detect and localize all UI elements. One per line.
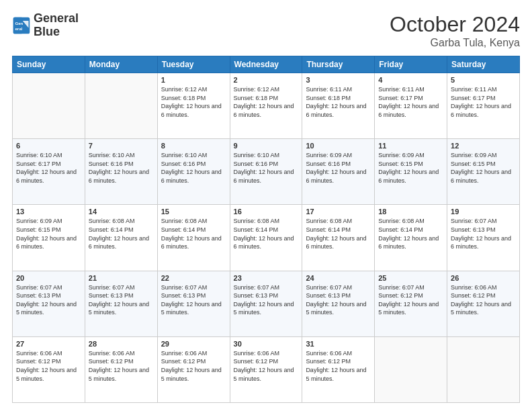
cell-info: Sunrise: 6:07 AM Sunset: 6:12 PM Dayligh… <box>378 283 443 317</box>
calendar-cell <box>85 73 157 139</box>
calendar-cell: 10Sunrise: 6:09 AM Sunset: 6:16 PM Dayli… <box>302 139 375 205</box>
day-number: 24 <box>306 274 371 282</box>
calendar-cell: 6Sunrise: 6:10 AM Sunset: 6:17 PM Daylig… <box>13 139 85 205</box>
day-number: 22 <box>161 274 226 282</box>
cell-info: Sunrise: 6:12 AM Sunset: 6:18 PM Dayligh… <box>234 85 299 119</box>
cell-info: Sunrise: 6:07 AM Sunset: 6:13 PM Dayligh… <box>161 283 226 317</box>
calendar-cell <box>375 336 447 402</box>
calendar-cell: 25Sunrise: 6:07 AM Sunset: 6:12 PM Dayli… <box>375 271 447 336</box>
calendar-cell: 13Sunrise: 6:09 AM Sunset: 6:15 PM Dayli… <box>13 205 85 271</box>
logo-line1: General <box>34 12 79 26</box>
calendar-table: SundayMondayTuesdayWednesdayThursdayFrid… <box>12 56 520 403</box>
cell-info: Sunrise: 6:09 AM Sunset: 6:15 PM Dayligh… <box>378 151 443 185</box>
logo-text: General Blue <box>34 12 79 39</box>
calendar-cell: 24Sunrise: 6:07 AM Sunset: 6:13 PM Dayli… <box>302 271 375 336</box>
logo-icon: Gen eral <box>12 16 31 35</box>
calendar-cell: 22Sunrise: 6:07 AM Sunset: 6:13 PM Dayli… <box>157 271 230 336</box>
cell-info: Sunrise: 6:08 AM Sunset: 6:14 PM Dayligh… <box>306 217 371 250</box>
day-number: 20 <box>16 274 81 282</box>
calendar-cell <box>13 73 85 139</box>
calendar-cell: 1Sunrise: 6:12 AM Sunset: 6:18 PM Daylig… <box>157 73 230 139</box>
cell-info: Sunrise: 6:06 AM Sunset: 6:12 PM Dayligh… <box>89 349 154 383</box>
day-number: 29 <box>161 340 226 348</box>
day-number: 15 <box>161 208 226 216</box>
day-number: 17 <box>306 208 371 216</box>
calendar-cell: 16Sunrise: 6:08 AM Sunset: 6:14 PM Dayli… <box>230 205 302 271</box>
day-number: 8 <box>161 142 226 150</box>
calendar-cell: 14Sunrise: 6:08 AM Sunset: 6:14 PM Dayli… <box>85 205 157 271</box>
day-number: 11 <box>378 142 443 150</box>
day-number: 2 <box>234 76 299 84</box>
calendar-cell <box>447 336 520 402</box>
cell-info: Sunrise: 6:06 AM Sunset: 6:12 PM Dayligh… <box>234 349 299 383</box>
calendar-cell: 27Sunrise: 6:06 AM Sunset: 6:12 PM Dayli… <box>13 336 85 402</box>
calendar-cell: 2Sunrise: 6:12 AM Sunset: 6:18 PM Daylig… <box>230 73 302 139</box>
page: Gen eral General Blue October 2024 Garba… <box>0 0 532 411</box>
col-header-wednesday: Wednesday <box>230 56 302 73</box>
day-number: 28 <box>89 340 154 348</box>
calendar-cell: 29Sunrise: 6:06 AM Sunset: 6:12 PM Dayli… <box>157 336 230 402</box>
calendar-cell: 7Sunrise: 6:10 AM Sunset: 6:16 PM Daylig… <box>85 139 157 205</box>
calendar-cell: 20Sunrise: 6:07 AM Sunset: 6:13 PM Dayli… <box>13 271 85 336</box>
calendar-cell: 15Sunrise: 6:08 AM Sunset: 6:14 PM Dayli… <box>157 205 230 271</box>
day-number: 14 <box>89 208 154 216</box>
logo-line2: Blue <box>34 26 79 39</box>
cell-info: Sunrise: 6:10 AM Sunset: 6:17 PM Dayligh… <box>16 151 81 185</box>
col-header-friday: Friday <box>375 56 447 73</box>
cell-info: Sunrise: 6:08 AM Sunset: 6:14 PM Dayligh… <box>378 217 443 250</box>
logo: Gen eral General Blue <box>12 12 79 39</box>
calendar-cell: 5Sunrise: 6:11 AM Sunset: 6:17 PM Daylig… <box>447 73 520 139</box>
cell-info: Sunrise: 6:09 AM Sunset: 6:15 PM Dayligh… <box>451 151 516 185</box>
cell-info: Sunrise: 6:10 AM Sunset: 6:16 PM Dayligh… <box>234 151 299 185</box>
day-number: 5 <box>451 76 516 84</box>
col-header-thursday: Thursday <box>302 56 375 73</box>
calendar-cell: 11Sunrise: 6:09 AM Sunset: 6:15 PM Dayli… <box>375 139 447 205</box>
cell-info: Sunrise: 6:09 AM Sunset: 6:15 PM Dayligh… <box>16 217 81 250</box>
day-number: 30 <box>234 340 299 348</box>
cell-info: Sunrise: 6:08 AM Sunset: 6:14 PM Dayligh… <box>161 217 226 250</box>
calendar-cell: 23Sunrise: 6:07 AM Sunset: 6:13 PM Dayli… <box>230 271 302 336</box>
calendar-cell: 8Sunrise: 6:10 AM Sunset: 6:16 PM Daylig… <box>157 139 230 205</box>
cell-info: Sunrise: 6:10 AM Sunset: 6:16 PM Dayligh… <box>89 151 154 185</box>
day-number: 10 <box>306 142 371 150</box>
week-row-0: 1Sunrise: 6:12 AM Sunset: 6:18 PM Daylig… <box>13 73 520 139</box>
cell-info: Sunrise: 6:08 AM Sunset: 6:14 PM Dayligh… <box>89 217 154 250</box>
day-number: 25 <box>378 274 443 282</box>
col-header-tuesday: Tuesday <box>157 56 230 73</box>
calendar-cell: 3Sunrise: 6:11 AM Sunset: 6:18 PM Daylig… <box>302 73 375 139</box>
day-number: 31 <box>306 340 371 348</box>
day-number: 21 <box>89 274 154 282</box>
title-block: October 2024 Garba Tula, Kenya <box>390 12 520 49</box>
cell-info: Sunrise: 6:06 AM Sunset: 6:12 PM Dayligh… <box>451 283 516 317</box>
calendar-cell: 17Sunrise: 6:08 AM Sunset: 6:14 PM Dayli… <box>302 205 375 271</box>
day-number: 3 <box>306 76 371 84</box>
col-header-monday: Monday <box>85 56 157 73</box>
day-number: 9 <box>234 142 299 150</box>
calendar-cell: 19Sunrise: 6:07 AM Sunset: 6:13 PM Dayli… <box>447 205 520 271</box>
cell-info: Sunrise: 6:07 AM Sunset: 6:13 PM Dayligh… <box>451 217 516 250</box>
month-title: October 2024 <box>390 12 520 37</box>
calendar-cell: 12Sunrise: 6:09 AM Sunset: 6:15 PM Dayli… <box>447 139 520 205</box>
day-number: 18 <box>378 208 443 216</box>
cell-info: Sunrise: 6:07 AM Sunset: 6:13 PM Dayligh… <box>306 283 371 317</box>
col-header-saturday: Saturday <box>447 56 520 73</box>
location: Garba Tula, Kenya <box>390 37 520 49</box>
calendar-cell: 18Sunrise: 6:08 AM Sunset: 6:14 PM Dayli… <box>375 205 447 271</box>
col-header-sunday: Sunday <box>13 56 85 73</box>
calendar-cell: 4Sunrise: 6:11 AM Sunset: 6:17 PM Daylig… <box>375 73 447 139</box>
calendar-cell: 30Sunrise: 6:06 AM Sunset: 6:12 PM Dayli… <box>230 336 302 402</box>
week-row-4: 27Sunrise: 6:06 AM Sunset: 6:12 PM Dayli… <box>13 336 520 402</box>
cell-info: Sunrise: 6:10 AM Sunset: 6:16 PM Dayligh… <box>161 151 226 185</box>
cell-info: Sunrise: 6:11 AM Sunset: 6:18 PM Dayligh… <box>306 85 371 119</box>
calendar-cell: 9Sunrise: 6:10 AM Sunset: 6:16 PM Daylig… <box>230 139 302 205</box>
cell-info: Sunrise: 6:07 AM Sunset: 6:13 PM Dayligh… <box>234 283 299 317</box>
calendar-cell: 28Sunrise: 6:06 AM Sunset: 6:12 PM Dayli… <box>85 336 157 402</box>
day-number: 1 <box>161 76 226 84</box>
cell-info: Sunrise: 6:11 AM Sunset: 6:17 PM Dayligh… <box>451 85 516 119</box>
cell-info: Sunrise: 6:06 AM Sunset: 6:12 PM Dayligh… <box>306 349 371 383</box>
cell-info: Sunrise: 6:06 AM Sunset: 6:12 PM Dayligh… <box>161 349 226 383</box>
header: Gen eral General Blue October 2024 Garba… <box>12 12 520 49</box>
cell-info: Sunrise: 6:12 AM Sunset: 6:18 PM Dayligh… <box>161 85 226 119</box>
svg-text:Gen: Gen <box>15 21 23 26</box>
week-row-3: 20Sunrise: 6:07 AM Sunset: 6:13 PM Dayli… <box>13 271 520 336</box>
